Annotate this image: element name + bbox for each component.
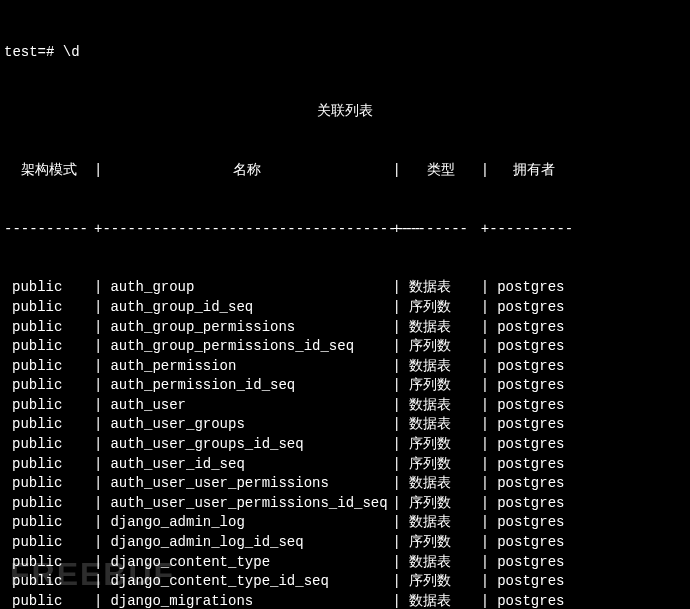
cell-owner: postgres xyxy=(489,572,579,592)
cell-type: 序列数 xyxy=(401,435,481,455)
cell-owner: postgres xyxy=(489,415,579,435)
cell-name: auth_group_permissions xyxy=(102,318,392,338)
table-row: public|django_migrations|数据表|postgres xyxy=(4,592,686,609)
table-row: public|django_admin_log|数据表|postgres xyxy=(4,513,686,533)
cell-type: 序列数 xyxy=(401,494,481,514)
cell-schema: public xyxy=(4,533,94,553)
pipe-icon: | xyxy=(392,494,400,514)
cell-owner: postgres xyxy=(489,396,579,416)
cell-owner: postgres xyxy=(489,513,579,533)
cell-type: 数据表 xyxy=(401,474,481,494)
pipe-icon: | xyxy=(481,278,489,298)
cell-name: django_admin_log xyxy=(102,513,392,533)
pipe-icon: | xyxy=(94,513,102,533)
pipe-icon: | xyxy=(392,592,400,609)
plus-icon: + xyxy=(481,220,489,240)
pipe-icon: | xyxy=(94,357,102,377)
pipe-icon: | xyxy=(94,161,102,181)
cell-owner: postgres xyxy=(489,553,579,573)
cell-name: auth_user_groups_id_seq xyxy=(102,435,392,455)
table-row: public|auth_user_user_permissions|数据表|po… xyxy=(4,474,686,494)
cell-schema: public xyxy=(4,455,94,475)
cell-schema: public xyxy=(4,357,94,377)
table-separator: ----------+-----------------------------… xyxy=(4,220,686,240)
prompt-prefix: test=# xyxy=(4,43,63,63)
pipe-icon: | xyxy=(392,357,400,377)
cell-type: 数据表 xyxy=(401,592,481,609)
pipe-icon: | xyxy=(481,494,489,514)
table-row: public|django_content_type|数据表|postgres xyxy=(4,553,686,573)
pipe-icon: | xyxy=(481,357,489,377)
pipe-icon: | xyxy=(481,376,489,396)
cell-schema: public xyxy=(4,278,94,298)
pipe-icon: | xyxy=(392,161,400,181)
table-row: public|django_content_type_id_seq|序列数|po… xyxy=(4,572,686,592)
cell-name: auth_permission_id_seq xyxy=(102,376,392,396)
cell-type: 序列数 xyxy=(401,455,481,475)
pipe-icon: | xyxy=(481,435,489,455)
pipe-icon: | xyxy=(94,533,102,553)
command-text: \d xyxy=(63,43,80,63)
pipe-icon: | xyxy=(94,455,102,475)
pipe-icon: | xyxy=(94,298,102,318)
table-row: public|auth_user_groups|数据表|postgres xyxy=(4,415,686,435)
cell-name: auth_group xyxy=(102,278,392,298)
pipe-icon: | xyxy=(392,396,400,416)
pipe-icon: | xyxy=(392,278,400,298)
pipe-icon: | xyxy=(392,553,400,573)
table-row: public|auth_group_permissions_id_seq|序列数… xyxy=(4,337,686,357)
header-name: 名称 xyxy=(102,161,392,181)
pipe-icon: | xyxy=(392,572,400,592)
cell-owner: postgres xyxy=(489,278,579,298)
table-row: public|auth_group_id_seq|序列数|postgres xyxy=(4,298,686,318)
table-row: public|auth_user|数据表|postgres xyxy=(4,396,686,416)
pipe-icon: | xyxy=(481,337,489,357)
cell-schema: public xyxy=(4,474,94,494)
cell-schema: public xyxy=(4,318,94,338)
pipe-icon: | xyxy=(392,435,400,455)
sep-schema: ---------- xyxy=(4,220,94,240)
cell-type: 序列数 xyxy=(401,298,481,318)
terminal-output[interactable]: test=# \d 关联列表 架构模式|名称|类型|拥有者 ----------… xyxy=(4,4,686,609)
pipe-icon: | xyxy=(94,553,102,573)
table-body: public|auth_group|数据表|postgrespublic|aut… xyxy=(4,278,686,609)
cell-schema: public xyxy=(4,298,94,318)
cell-type: 数据表 xyxy=(401,415,481,435)
cell-owner: postgres xyxy=(489,533,579,553)
cell-type: 数据表 xyxy=(401,357,481,377)
pipe-icon: | xyxy=(481,298,489,318)
pipe-icon: | xyxy=(94,474,102,494)
table-row: public|auth_group|数据表|postgres xyxy=(4,278,686,298)
cell-name: auth_user xyxy=(102,396,392,416)
table-title: 关联列表 xyxy=(4,102,686,122)
pipe-icon: | xyxy=(94,592,102,609)
pipe-icon: | xyxy=(392,318,400,338)
pipe-icon: | xyxy=(392,533,400,553)
pipe-icon: | xyxy=(481,455,489,475)
cell-name: django_migrations xyxy=(102,592,392,609)
cell-owner: postgres xyxy=(489,298,579,318)
table-header-row: 架构模式|名称|类型|拥有者 xyxy=(4,161,686,181)
sep-name: -------------------------------------- xyxy=(102,220,392,240)
cell-schema: public xyxy=(4,513,94,533)
cell-type: 序列数 xyxy=(401,572,481,592)
cell-schema: public xyxy=(4,337,94,357)
sep-owner: ---------- xyxy=(489,220,579,240)
cell-type: 数据表 xyxy=(401,396,481,416)
pipe-icon: | xyxy=(392,474,400,494)
cell-type: 序列数 xyxy=(401,533,481,553)
cell-schema: public xyxy=(4,572,94,592)
cell-owner: postgres xyxy=(489,376,579,396)
plus-icon: + xyxy=(392,220,400,240)
cell-type: 数据表 xyxy=(401,318,481,338)
pipe-icon: | xyxy=(94,494,102,514)
cell-type: 数据表 xyxy=(401,513,481,533)
header-type: 类型 xyxy=(401,161,481,181)
pipe-icon: | xyxy=(392,376,400,396)
pipe-icon: | xyxy=(481,592,489,609)
cell-owner: postgres xyxy=(489,435,579,455)
cell-owner: postgres xyxy=(489,337,579,357)
cell-owner: postgres xyxy=(489,592,579,609)
pipe-icon: | xyxy=(392,337,400,357)
cell-type: 序列数 xyxy=(401,337,481,357)
